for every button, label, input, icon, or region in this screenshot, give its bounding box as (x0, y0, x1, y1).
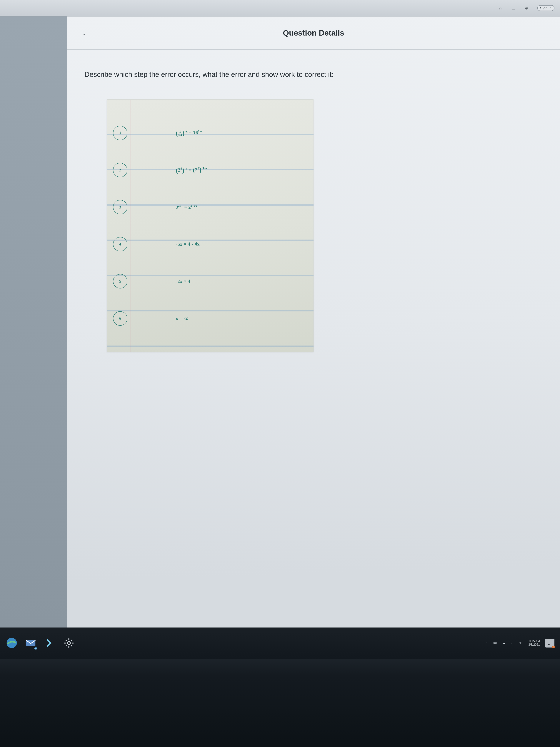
favorites-icon[interactable]: ✩ (498, 6, 503, 10)
wifi-icon[interactable] (519, 641, 522, 645)
step-math: (26)-x = (24)(1-x) (176, 166, 209, 174)
taskbar-right: ˄ ⌨ ☁ ▭ 10:15 AM 3/8/2021 17 (486, 639, 554, 647)
step-number: 4 (113, 237, 128, 252)
step-math: 2-6x = 24-4x (176, 204, 197, 210)
clock-date: 3/8/2021 (527, 643, 540, 646)
handwritten-work-image: 1 (164)-x = 161-x 2 (26)-x = (24)(1-x) 3… (107, 100, 314, 352)
svg-rect-1 (26, 640, 35, 646)
work-step-3: 3 2-6x = 24-4x (176, 188, 298, 226)
svg-rect-4 (548, 641, 552, 644)
notifications-badge: 17 (552, 646, 555, 648)
work-step-4: 4 -6x = 4 - 4x (176, 226, 298, 263)
step-number: 3 (113, 200, 128, 215)
taskbar-clock[interactable]: 10:15 AM 3/8/2021 (527, 640, 540, 646)
mail-badge: 37 (34, 647, 37, 649)
browser-toolbar: ✩ ☰ ⊕ Sign in (0, 0, 560, 17)
work-step-5: 5 -2x = 4 (176, 263, 298, 300)
step-math: -6x = 4 - 4x (176, 241, 200, 247)
page-header: ↓ Question Details (67, 17, 560, 50)
screen-photo: ✩ ☰ ⊕ Sign in ↓ Question Details Describ… (0, 0, 560, 747)
work-step-2: 2 (26)-x = (24)(1-x) (176, 152, 298, 188)
step-math: x = -2 (176, 315, 188, 321)
step-number: 6 (113, 311, 128, 326)
notifications-icon[interactable]: 17 (545, 639, 554, 647)
question-prompt-block: Describe which step the error occurs, wh… (67, 50, 560, 90)
keyboard-icon[interactable]: ⌨ (493, 641, 497, 645)
edge-icon[interactable] (5, 637, 18, 649)
page-area: ↓ Question Details Describe which step t… (67, 17, 560, 627)
sign-in-button[interactable]: Sign in (537, 5, 555, 11)
app-icon[interactable] (44, 637, 56, 649)
step-math: (164)-x = 161-x (176, 129, 203, 137)
svg-point-3 (520, 643, 521, 644)
content-wrap: ↓ Question Details Describe which step t… (0, 17, 560, 627)
step-number: 1 (113, 125, 128, 140)
left-gutter (0, 17, 67, 627)
svg-point-2 (68, 642, 70, 644)
below-screen-area: 37 ˄ ⌨ ☁ ▭ 10:15 AM 3/8/2021 (0, 627, 560, 747)
step-number: 2 (113, 162, 128, 178)
question-prompt-text: Describe which step the error occurs, wh… (84, 70, 540, 80)
settings-icon[interactable] (63, 637, 75, 649)
battery-icon[interactable]: ▭ (511, 641, 513, 645)
collections-icon[interactable]: ⊕ (524, 6, 529, 10)
step-number: 5 (113, 274, 128, 289)
work-step-6: 6 x = -2 (176, 300, 298, 337)
work-step-1: 1 (164)-x = 161-x (176, 114, 298, 152)
chevron-up-icon[interactable]: ˄ (486, 641, 487, 645)
windows-taskbar: 37 ˄ ⌨ ☁ ▭ 10:15 AM 3/8/2021 (0, 627, 560, 659)
page-title: Question Details (283, 28, 344, 37)
step-math: -2x = 4 (176, 279, 190, 284)
taskbar-left: 37 (5, 637, 75, 649)
clock-time: 10:15 AM (527, 640, 540, 643)
reading-list-icon[interactable]: ☰ (511, 6, 516, 10)
back-arrow-icon[interactable]: ↓ (74, 29, 85, 37)
mail-icon[interactable]: 37 (25, 637, 37, 649)
cloud-icon[interactable]: ☁ (503, 641, 505, 645)
